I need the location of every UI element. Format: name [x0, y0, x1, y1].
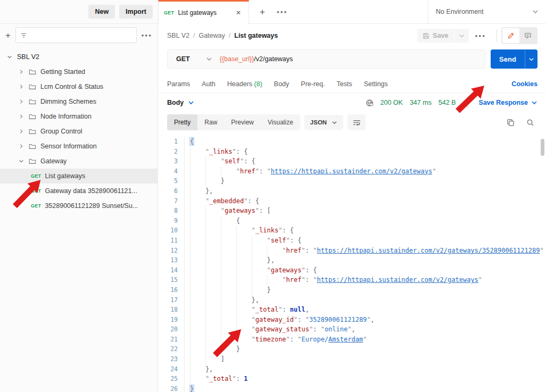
sidebar-folder-dimming-schemes[interactable]: Dimming Schemes — [0, 94, 158, 109]
breadcrumb-folder[interactable]: Gateway — [198, 32, 225, 39]
sidebar-more-icon[interactable]: ●●● — [142, 33, 153, 38]
line-number: 26 — [159, 384, 184, 392]
request-tab-body[interactable]: Body — [274, 80, 289, 88]
request-tab-settings[interactable]: Settings — [364, 80, 388, 88]
tab-more-icon[interactable]: ●●● — [277, 10, 288, 14]
sidebar-item-gateway-data-352890061121[interactable]: GETGateway data 352890061121... — [0, 184, 158, 198]
copy-icon[interactable] — [507, 119, 515, 127]
indent-guide — [190, 216, 205, 226]
header-actions: Save ●●● — [417, 27, 537, 44]
chevron-down-icon — [206, 56, 212, 62]
breadcrumb-request: List gateways — [234, 32, 278, 39]
chevron-down-icon[interactable] — [6, 54, 13, 60]
response-body-dropdown[interactable]: Body — [167, 99, 194, 106]
language-selector[interactable]: JSON — [304, 115, 343, 130]
request-tab[interactable]: GET List gateways ✕ — [158, 0, 249, 24]
sidebar-item-352890061121289-sunset-su[interactable]: GET352890061121289 Sunset/Su... — [0, 198, 158, 213]
chevron-right-icon[interactable] — [18, 144, 24, 149]
sidebar-item-list-gateways[interactable]: GETList gateways — [0, 169, 158, 184]
indent-guide — [221, 344, 236, 354]
edit-mode-button[interactable] — [502, 28, 519, 43]
request-tab-pre-req[interactable]: Pre-req. — [301, 80, 325, 88]
wrap-lines-button[interactable] — [348, 114, 366, 130]
collection-root[interactable]: SBL V2 — [0, 49, 158, 64]
scrollbar-thumb[interactable] — [541, 139, 544, 156]
code-line: 14"gateways": { — [159, 265, 546, 276]
response-toolbar: PrettyRawPreviewVisualize JSON — [159, 112, 546, 132]
filter-icon — [20, 32, 27, 39]
chevron-right-icon[interactable] — [18, 69, 24, 74]
save-icon — [423, 32, 429, 39]
wrap-text-icon — [353, 119, 361, 126]
sidebar-folder-sensor-information[interactable]: Sensor Information — [0, 139, 158, 154]
folder-label: Dimming Schemes — [40, 98, 96, 105]
chevron-right-icon[interactable] — [18, 84, 24, 89]
chevron-down-icon[interactable] — [18, 159, 24, 164]
sidebar-folder-getting-started[interactable]: Getting Started — [0, 64, 158, 79]
search-icon[interactable] — [526, 119, 534, 127]
code-text: "_links": { — [184, 226, 546, 236]
response-body-viewer[interactable]: 1{2"_links": {3"self": {4"href": "https:… — [159, 132, 546, 392]
request-more-icon[interactable]: ●●● — [469, 34, 493, 38]
divider — [467, 96, 468, 109]
comments-button[interactable] — [519, 28, 536, 43]
chevron-right-icon[interactable] — [18, 114, 24, 119]
indent-guide — [236, 295, 252, 305]
sidebar-folder-group-control[interactable]: Group Control — [0, 124, 158, 139]
code-line: 24}, — [159, 364, 546, 374]
code-text: "_total": 1 — [184, 374, 546, 384]
save-button[interactable]: Save — [417, 29, 453, 43]
workspace-header: New Import — [0, 0, 158, 24]
sidebar-folder-gateway[interactable]: Gateway — [0, 154, 158, 169]
folder-list: Getting StartedLcm Control & StatusDimmi… — [0, 64, 158, 213]
request-tab-tests[interactable]: Tests — [336, 80, 352, 88]
chevron-right-icon[interactable] — [18, 129, 24, 134]
line-number: 14 — [159, 265, 184, 276]
breadcrumb-collection[interactable]: SBL V2 — [167, 32, 189, 39]
chevron-right-icon[interactable] — [18, 99, 24, 104]
status-badge[interactable]: 200 OK — [380, 99, 403, 106]
save-response-button[interactable]: Save Response — [479, 99, 537, 106]
view-tab-raw[interactable]: Raw — [197, 114, 224, 130]
close-icon[interactable]: ✕ — [234, 8, 243, 18]
sidebar-folder-lcm-control-status[interactable]: Lcm Control & Status — [0, 79, 158, 94]
chevron-down-icon — [188, 99, 194, 106]
collection-tree: SBL V2 Getting StartedLcm Control & Stat… — [0, 46, 158, 213]
indent-guide — [236, 236, 252, 246]
request-tab-headers[interactable]: Headers (8) — [227, 80, 262, 88]
new-button[interactable]: New — [88, 5, 115, 19]
request-tab-params[interactable]: Params — [167, 80, 190, 88]
indent-guide — [205, 335, 221, 345]
cookies-link[interactable]: Cookies — [511, 80, 537, 88]
response-time[interactable]: 347 ms — [410, 99, 432, 106]
code-text: } — [184, 285, 546, 295]
request-tabs: ParamsAuthHeaders (8)BodyPre-req.TestsSe… — [159, 75, 546, 93]
search-input[interactable] — [30, 31, 132, 39]
view-tab-preview[interactable]: Preview — [224, 114, 261, 130]
response-size[interactable]: 542 B — [439, 99, 456, 106]
import-button[interactable]: Import — [119, 5, 153, 19]
view-tab-visualize[interactable]: Visualize — [261, 114, 300, 130]
response-meta-row: Body 200 OK 347 ms 542 B Save Response — [159, 93, 546, 112]
view-tab-pretty[interactable]: Pretty — [167, 114, 197, 130]
send-dropdown-button[interactable] — [525, 49, 537, 69]
send-button[interactable]: Send — [491, 49, 525, 69]
environment-selector[interactable]: No Environment — [428, 0, 546, 24]
line-number: 23 — [159, 354, 184, 364]
method-selector[interactable]: GET — [168, 50, 220, 68]
indent-guide — [252, 285, 267, 295]
sidebar-folder-node-information[interactable]: Node Information — [0, 109, 158, 124]
request-tab-auth[interactable]: Auth — [202, 80, 216, 88]
request-label: List gateways — [45, 172, 85, 180]
search-box[interactable] — [15, 27, 137, 43]
indent-guide — [221, 226, 236, 236]
indent-guide — [205, 156, 221, 166]
indent-guide — [236, 255, 252, 265]
save-dropdown-button[interactable] — [454, 29, 469, 43]
new-tab-icon[interactable]: + — [260, 7, 265, 16]
method-tag: GET — [31, 188, 41, 194]
line-number: 9 — [159, 216, 184, 226]
response-status-cluster: 200 OK 347 ms 542 B Save Response — [366, 96, 537, 109]
url-input[interactable]: {{base_url}}/v2/gateways — [220, 50, 293, 68]
add-collection-icon[interactable]: + — [5, 31, 11, 40]
